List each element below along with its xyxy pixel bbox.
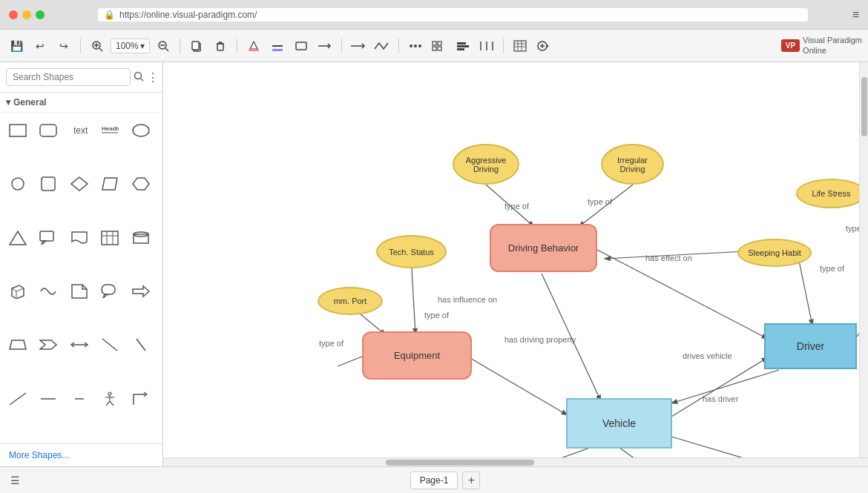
panel-toggle-button[interactable]: ☰ bbox=[6, 472, 24, 489]
shape-trapezoid[interactable] bbox=[6, 333, 30, 357]
zoom-control[interactable]: 100% ▾ bbox=[111, 39, 150, 53]
svg-line-97 bbox=[605, 251, 746, 259]
node-irregular-driving[interactable]: IrregularDriving bbox=[601, 144, 664, 185]
shape-double-arrow[interactable] bbox=[68, 333, 91, 357]
shape-ellipse[interactable] bbox=[129, 119, 153, 142]
shape-text[interactable]: text bbox=[68, 119, 91, 142]
svg-text:Heading: Heading bbox=[102, 125, 119, 132]
node-equipment[interactable]: Equipment bbox=[362, 331, 472, 380]
search-bar: ⋮ bbox=[0, 62, 162, 93]
shape-rounded-rect[interactable] bbox=[36, 119, 60, 142]
shape-arrow[interactable] bbox=[129, 279, 153, 303]
collapse-icon[interactable]: ▾ bbox=[6, 97, 10, 107]
label-type-of-left: type of bbox=[319, 339, 343, 348]
svg-rect-24 bbox=[438, 42, 441, 45]
shape-document[interactable] bbox=[68, 226, 91, 250]
shape-rounded-square[interactable] bbox=[36, 172, 60, 196]
line-color-button[interactable] bbox=[267, 36, 288, 56]
url-bar[interactable]: 🔒 https://online.visual-paradigm.com/ bbox=[98, 8, 808, 21]
shape-short-line[interactable] bbox=[68, 387, 91, 411]
undo-button[interactable]: ↩ bbox=[30, 36, 50, 56]
shape-rounded-callout[interactable] bbox=[98, 279, 122, 303]
separator-3 bbox=[237, 39, 237, 53]
scrollbar-thumb-vertical[interactable] bbox=[861, 77, 867, 136]
svg-line-42 bbox=[141, 78, 144, 81]
shape-wave[interactable] bbox=[36, 279, 60, 303]
shape-diamond[interactable] bbox=[68, 172, 91, 196]
sidebar-options-button[interactable]: ⋮ bbox=[147, 70, 159, 85]
logo-area: VP Visual ParadigmOnline bbox=[781, 36, 862, 55]
section-label: General bbox=[13, 97, 47, 107]
shape-cube[interactable] bbox=[6, 279, 30, 303]
menu-button[interactable]: ≡ bbox=[852, 8, 859, 21]
shape-stick-figure[interactable] bbox=[98, 387, 122, 411]
node-vehicle[interactable]: Vehicle bbox=[566, 398, 672, 449]
node-life-stress[interactable]: Life Stress bbox=[796, 179, 867, 208]
svg-point-20 bbox=[410, 44, 412, 47]
svg-marker-70 bbox=[133, 286, 149, 297]
minimize-button[interactable] bbox=[22, 10, 31, 19]
align-button[interactable] bbox=[453, 36, 473, 56]
waypoint-button[interactable] bbox=[372, 36, 392, 56]
node-comm-port[interactable]: mm. Port bbox=[318, 287, 383, 315]
shape-hexagon[interactable] bbox=[129, 172, 153, 196]
shape-curved-line[interactable] bbox=[36, 387, 60, 411]
redo-button[interactable]: ↪ bbox=[53, 36, 74, 56]
shape-triangle[interactable] bbox=[6, 226, 30, 250]
shape-diagonal-line[interactable] bbox=[98, 333, 122, 357]
copy-button[interactable] bbox=[186, 36, 207, 56]
node-tech-status[interactable]: Tech. Status bbox=[376, 235, 447, 268]
svg-marker-63 bbox=[12, 285, 24, 299]
search-input[interactable] bbox=[6, 68, 131, 86]
zoom-in-button[interactable] bbox=[87, 36, 108, 56]
delete-button[interactable] bbox=[210, 36, 231, 56]
shape-style-button[interactable] bbox=[291, 36, 312, 56]
add-button[interactable] bbox=[533, 36, 554, 56]
add-page-button[interactable]: + bbox=[462, 472, 480, 489]
svg-rect-33 bbox=[514, 41, 526, 51]
logo-icon: VP bbox=[781, 39, 800, 52]
svg-line-89 bbox=[542, 274, 601, 401]
node-sleeping-habit[interactable]: Sleeping Habit bbox=[737, 239, 812, 267]
scrollbar-thumb-horizontal[interactable] bbox=[386, 460, 534, 466]
shape-short-diagonal[interactable] bbox=[129, 333, 153, 357]
close-button[interactable] bbox=[9, 10, 18, 19]
shape-heading[interactable]: Heading bbox=[98, 119, 122, 142]
grid-button[interactable] bbox=[510, 36, 530, 56]
save-button[interactable]: 💾 bbox=[6, 36, 27, 56]
svg-point-49 bbox=[12, 178, 24, 190]
shape-chevron[interactable] bbox=[36, 333, 60, 357]
connector-button[interactable] bbox=[348, 36, 369, 56]
node-aggressive-driving[interactable]: AggressiveDriving bbox=[453, 144, 519, 185]
scrollbar-horizontal[interactable] bbox=[163, 457, 868, 466]
shape-table[interactable] bbox=[98, 226, 122, 250]
label-has-driving-property: has driving property bbox=[504, 335, 576, 344]
svg-rect-23 bbox=[433, 42, 436, 45]
search-button[interactable] bbox=[134, 71, 144, 84]
shape-page[interactable] bbox=[68, 279, 91, 303]
shape-right-arrow-line[interactable] bbox=[6, 387, 30, 411]
distribute-button[interactable] bbox=[476, 36, 497, 56]
layout-button[interactable] bbox=[429, 36, 450, 56]
shape-rectangle[interactable] bbox=[6, 119, 30, 142]
scrollbar-vertical[interactable] bbox=[859, 62, 868, 466]
shape-parallelogram[interactable] bbox=[98, 172, 122, 196]
maximize-button[interactable] bbox=[36, 10, 45, 19]
canvas-area[interactable]: AggressiveDriving IrregularDriving Drivi… bbox=[163, 62, 868, 466]
shape-callout[interactable] bbox=[36, 226, 60, 250]
node-driving-behavior[interactable]: Driving Behavior bbox=[490, 224, 597, 272]
shape-corner-arrow[interactable] bbox=[129, 387, 153, 411]
label-has-driver: has driver bbox=[703, 394, 738, 403]
svg-rect-29 bbox=[457, 48, 464, 50]
shape-circle[interactable] bbox=[6, 172, 30, 196]
svg-line-74 bbox=[102, 339, 117, 351]
shape-cylinder[interactable] bbox=[129, 226, 153, 250]
svg-marker-69 bbox=[103, 294, 108, 298]
fill-button[interactable] bbox=[243, 36, 264, 56]
zoom-out-button[interactable] bbox=[153, 36, 174, 56]
more-shapes-button[interactable]: More Shapes... bbox=[0, 443, 162, 466]
node-driver[interactable]: Driver bbox=[764, 323, 857, 369]
line-style-button[interactable] bbox=[315, 36, 335, 56]
arrange-button[interactable] bbox=[405, 36, 426, 56]
page-tab[interactable]: Page-1 bbox=[410, 472, 458, 489]
